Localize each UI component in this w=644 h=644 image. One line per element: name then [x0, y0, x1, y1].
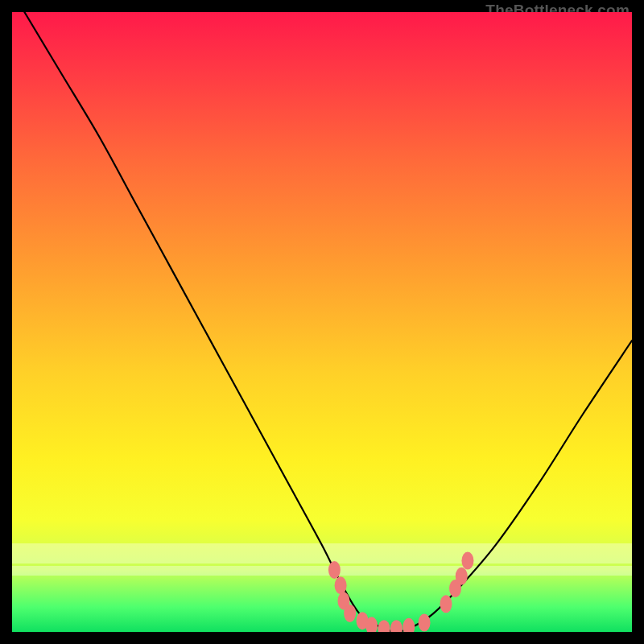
highlight-dot [335, 576, 347, 594]
highlight-dot [328, 561, 341, 579]
highlight-dot [402, 618, 415, 632]
bottleneck-curve [24, 12, 632, 632]
highlight-dot [440, 595, 452, 613]
highlight-dot [461, 551, 473, 569]
plot-area [12, 12, 632, 632]
highlight-dot [390, 620, 402, 632]
marker-layer [328, 551, 474, 632]
curve-layer [24, 12, 632, 632]
highlight-dot [378, 620, 390, 632]
highlight-dot [456, 568, 468, 585]
chart-svg [12, 12, 632, 632]
chart-frame [12, 12, 632, 632]
highlight-dot [419, 613, 431, 631]
highlight-dot [344, 605, 356, 622]
